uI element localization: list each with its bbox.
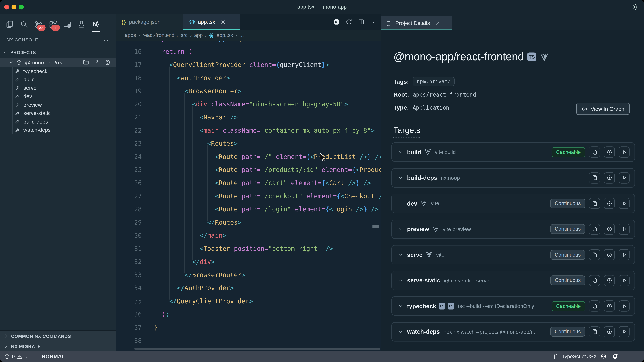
target-tree-item-preview[interactable]: preview bbox=[0, 100, 116, 109]
breadcrumb-item-app[interactable]: app bbox=[194, 32, 202, 38]
chevron-down-icon[interactable] bbox=[398, 226, 403, 232]
problems-status[interactable]: 0 0 bbox=[4, 354, 27, 360]
graph-target-icon bbox=[606, 175, 612, 180]
vite-icon bbox=[540, 52, 549, 61]
typescript-badge-icon: TS bbox=[528, 52, 536, 61]
test-beaker-icon[interactable] bbox=[76, 19, 87, 30]
run-target-button[interactable] bbox=[618, 249, 630, 260]
breadcrumb-item-app.tsx[interactable]: app.tsx bbox=[216, 32, 233, 38]
view-target-graph-button[interactable] bbox=[604, 249, 615, 260]
view-target-graph-button[interactable] bbox=[604, 146, 615, 158]
chevron-down-icon[interactable] bbox=[398, 252, 403, 257]
project-row-selected[interactable]: @mono-app/rea... bbox=[0, 58, 116, 67]
breadcrumb-item-react-frontend[interactable]: react-frontend bbox=[142, 32, 174, 38]
code-area[interactable]: 15export function App() {16 return (17 <… bbox=[116, 36, 381, 352]
copy-task-button[interactable] bbox=[589, 275, 600, 286]
source-control-icon[interactable]: 32 bbox=[33, 19, 44, 30]
run-target-button[interactable] bbox=[618, 198, 630, 209]
refresh-icon[interactable] bbox=[346, 18, 352, 25]
target-tree-item-build-deps[interactable]: build-deps bbox=[0, 117, 116, 126]
target-card-build-deps[interactable]: build-deps nx:noop bbox=[392, 168, 635, 187]
nx-console-icon[interactable]: N⟩ bbox=[90, 19, 101, 30]
target-badge: Continuous bbox=[550, 224, 585, 234]
target-card-serve[interactable]: serve vite Continuous bbox=[392, 245, 635, 264]
view-target-graph-button[interactable] bbox=[604, 301, 615, 312]
copy-task-button[interactable] bbox=[589, 326, 600, 337]
split-editor-icon[interactable] bbox=[358, 18, 365, 25]
reveal-folder-icon[interactable] bbox=[82, 59, 89, 66]
copy-task-button[interactable] bbox=[589, 198, 600, 209]
sidebar-section-nx-migrate[interactable]: NX MIGRATE bbox=[0, 341, 116, 352]
run-target-button[interactable] bbox=[618, 326, 630, 337]
code-line-21: 21 <Navbar /> bbox=[116, 111, 381, 124]
chevron-down-icon[interactable] bbox=[398, 175, 403, 180]
chevron-down-icon[interactable] bbox=[398, 329, 403, 334]
chevron-down-icon[interactable] bbox=[398, 278, 403, 283]
chevron-down-icon[interactable] bbox=[398, 303, 403, 309]
target-card-build[interactable]: build vite build Cacheable bbox=[392, 142, 635, 162]
tab-app-tsx[interactable]: app.tsx bbox=[183, 14, 240, 30]
code-line-35: 35 </QueryClientProvider> bbox=[116, 295, 381, 308]
view-target-graph-button[interactable] bbox=[604, 198, 615, 209]
language-mode[interactable]: {} TypeScript JSX bbox=[554, 354, 597, 360]
copy-task-button[interactable] bbox=[589, 249, 600, 260]
target-card-preview[interactable]: preview vite preview Continuous bbox=[392, 219, 635, 239]
target-tree-item-serve-static[interactable]: serve-static bbox=[0, 109, 116, 117]
copy-task-button[interactable] bbox=[589, 172, 600, 183]
view-in-graph-icon[interactable] bbox=[104, 59, 110, 66]
target-tree-item-watch-deps[interactable]: watch-deps bbox=[0, 126, 116, 134]
run-target-button[interactable] bbox=[618, 146, 630, 158]
run-target-button[interactable] bbox=[618, 275, 630, 286]
notifications-bell-icon[interactable] bbox=[612, 353, 619, 360]
horizontal-scrollbar[interactable] bbox=[134, 348, 380, 350]
copy-task-button[interactable] bbox=[589, 301, 600, 312]
target-tree-item-typecheck[interactable]: typecheck bbox=[0, 67, 116, 75]
run-target-button[interactable] bbox=[618, 301, 630, 312]
view-target-graph-button[interactable] bbox=[604, 172, 615, 183]
close-tab-icon[interactable] bbox=[435, 20, 440, 26]
react-icon bbox=[189, 19, 195, 25]
settings-gear-icon[interactable] bbox=[632, 3, 639, 11]
extensions-icon[interactable]: 1 bbox=[47, 19, 58, 30]
view-target-graph-button[interactable] bbox=[604, 326, 615, 337]
breadcrumb-item-src[interactable]: src bbox=[181, 32, 188, 38]
close-tab-icon[interactable] bbox=[220, 19, 226, 25]
project-details-panel: Project Details ··· @mono-app/react-fron… bbox=[381, 14, 644, 351]
panel-more-actions[interactable]: ··· bbox=[629, 18, 638, 25]
target-card-dev[interactable]: dev vite Continuous bbox=[392, 194, 635, 213]
target-tree-item-serve[interactable]: serve bbox=[0, 84, 116, 92]
view-target-graph-button[interactable] bbox=[604, 223, 615, 234]
target-card-typecheck[interactable]: typecheckTSTS tsc --build --emitDeclarat… bbox=[392, 296, 635, 316]
sidebar-more-actions[interactable]: ··· bbox=[101, 36, 109, 43]
view-target-graph-button[interactable] bbox=[604, 275, 615, 286]
sidebar-section-common-nx-commands[interactable]: COMMON NX COMMANDS bbox=[0, 330, 116, 341]
tab-project-details[interactable]: Project Details bbox=[381, 16, 452, 30]
chevron-down-icon[interactable] bbox=[398, 149, 403, 155]
remote-explorer-icon[interactable] bbox=[62, 19, 72, 30]
breadcrumb-item-...[interactable]: ... bbox=[240, 32, 244, 38]
copy-task-button[interactable] bbox=[589, 223, 600, 234]
target-tree-item-build[interactable]: build bbox=[0, 75, 116, 84]
run-target-button[interactable] bbox=[618, 172, 630, 183]
files-icon[interactable] bbox=[4, 19, 15, 30]
target-card-serve-static[interactable]: serve-static @nx/web:file-server Continu… bbox=[392, 271, 635, 290]
run-target-button[interactable] bbox=[618, 223, 630, 234]
search-icon[interactable] bbox=[18, 19, 29, 30]
breadcrumb-item-apps[interactable]: apps bbox=[125, 32, 136, 38]
chevron-down-icon[interactable] bbox=[398, 201, 403, 206]
chevron-right-icon bbox=[3, 333, 9, 339]
more-actions-icon[interactable]: ··· bbox=[370, 18, 378, 25]
nx-project-details-icon[interactable] bbox=[333, 18, 340, 25]
copy-task-button[interactable] bbox=[589, 146, 600, 158]
open-config-file-icon[interactable] bbox=[93, 59, 100, 66]
copy-icon bbox=[592, 252, 598, 257]
play-icon bbox=[621, 278, 627, 283]
type-label: Type: bbox=[394, 104, 409, 111]
tab-package-json[interactable]: {} package.json bbox=[116, 14, 184, 30]
target-card-watch-deps[interactable]: watch-deps npx nx watch --projects @mono… bbox=[392, 322, 635, 341]
target-tree-item-dev[interactable]: dev bbox=[0, 92, 116, 100]
projects-section-header[interactable]: PROJECTS bbox=[0, 48, 116, 57]
window-title: app.tsx — mono-app bbox=[0, 4, 644, 10]
copilot-icon[interactable] bbox=[600, 353, 607, 360]
view-in-graph-button[interactable]: View In Graph bbox=[576, 103, 630, 115]
